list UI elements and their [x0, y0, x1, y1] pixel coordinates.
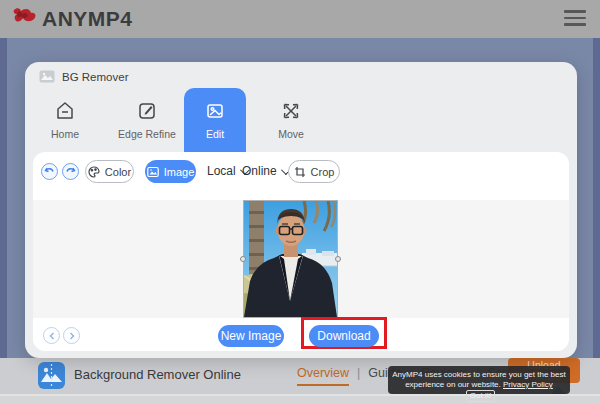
- product-title: Background Remover Online: [74, 367, 241, 382]
- anymp4-logo[interactable]: ANYMP4: [10, 4, 133, 34]
- new-image-button[interactable]: New Image: [218, 325, 284, 347]
- tab-edit[interactable]: Edit: [184, 88, 246, 152]
- undo-button[interactable]: [41, 163, 58, 180]
- home-icon: [54, 100, 76, 122]
- nav-overview[interactable]: Overview: [297, 366, 349, 380]
- edge-refine-icon: [136, 100, 158, 122]
- crop-button[interactable]: Crop: [288, 160, 340, 183]
- got-it-button[interactable]: Got it!: [466, 390, 495, 402]
- hamburger-menu-icon[interactable]: [564, 10, 586, 26]
- next-image-button[interactable]: [63, 327, 80, 344]
- tab-edit-label: Edit: [206, 128, 224, 140]
- download-button[interactable]: Download: [309, 325, 379, 347]
- nav-separator: |: [357, 366, 360, 380]
- flame-logo-icon: [10, 4, 40, 34]
- image-button[interactable]: Image: [145, 160, 196, 183]
- color-button-label: Color: [105, 166, 131, 178]
- crop-icon: [294, 166, 306, 178]
- previous-image-button[interactable]: [43, 327, 60, 344]
- modal-title: BG Remover: [62, 71, 128, 83]
- picture-icon: [39, 70, 55, 83]
- tab-bar: Home Edge Refine Edit: [25, 88, 577, 152]
- editor-panel: Color Image Local Online: [33, 152, 569, 351]
- page-edge-right: [593, 38, 600, 360]
- editor-toolbar: Color Image Local Online: [33, 160, 569, 186]
- color-palette-icon: [88, 166, 100, 178]
- crop-button-label: Crop: [311, 166, 335, 178]
- bg-remover-app-icon: [38, 362, 65, 389]
- image-button-label: Image: [164, 166, 195, 178]
- resize-handle-right[interactable]: [335, 256, 341, 262]
- tab-move[interactable]: Move: [261, 88, 321, 152]
- move-icon: [280, 100, 302, 122]
- edit-image-icon: [204, 100, 226, 122]
- page-edge-left: [0, 38, 7, 360]
- modal-title-row: BG Remover: [39, 70, 128, 83]
- cookie-text-line1: AnyMP4 uses cookies to ensure you get th…: [392, 370, 565, 379]
- bg-remover-modal: BG Remover Home Edge Refine: [25, 62, 577, 358]
- tab-edge-refine[interactable]: Edge Refine: [112, 88, 182, 152]
- online-dropdown[interactable]: Online: [242, 164, 288, 178]
- tab-edge-refine-label: Edge Refine: [118, 128, 176, 140]
- download-highlight-box: Download: [301, 317, 387, 349]
- cookie-banner: AnyMP4 uses cookies to ensure you get th…: [388, 366, 570, 394]
- local-dropdown-label: Local: [207, 164, 236, 178]
- brand-text: ANYMP4: [42, 7, 133, 31]
- subject-photo[interactable]: [243, 200, 338, 318]
- privacy-policy-link[interactable]: Privacy Policy: [503, 380, 553, 389]
- page-bottom-strip: [0, 394, 600, 404]
- preview-canvas[interactable]: [33, 200, 569, 318]
- color-button[interactable]: Color: [85, 160, 134, 183]
- image-icon: [147, 166, 159, 178]
- resize-handle-left[interactable]: [240, 256, 246, 262]
- page-header: ANYMP4: [0, 0, 600, 38]
- online-dropdown-label: Online: [242, 164, 277, 178]
- local-dropdown[interactable]: Local: [207, 164, 247, 178]
- cookie-text-line2: experience on our website.: [405, 380, 501, 389]
- redo-button[interactable]: [62, 163, 79, 180]
- tab-home[interactable]: Home: [35, 88, 95, 152]
- tab-home-label: Home: [51, 128, 79, 140]
- tab-move-label: Move: [278, 128, 304, 140]
